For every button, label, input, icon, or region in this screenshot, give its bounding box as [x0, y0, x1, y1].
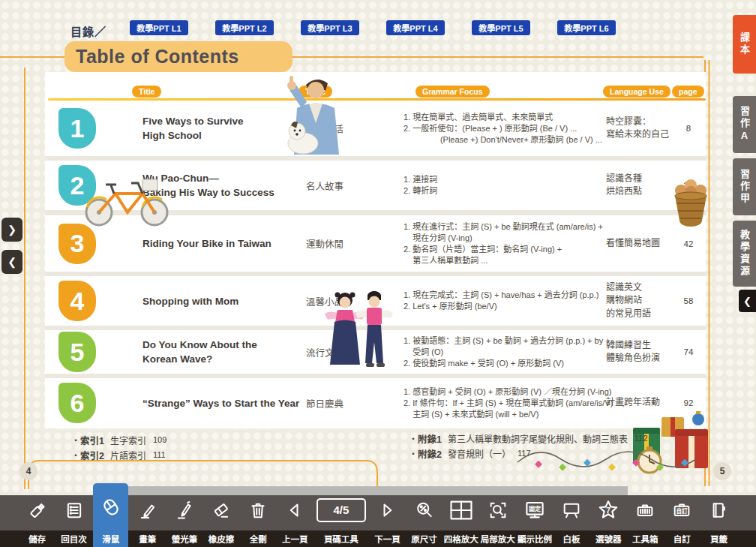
- pencil-icon: [130, 489, 165, 530]
- toolbar-item-page-tool[interactable]: 4/5 頁碼工具: [314, 489, 368, 547]
- lesson-grammar: 1. 現在簡單式、過去簡單式、未來簡單式 2. 一般祈使句：(Please + …: [404, 101, 617, 156]
- lesson-title: Shopping with Mom: [142, 276, 300, 326]
- tab-textbook[interactable]: 課本: [733, 15, 756, 74]
- lesson-topic: 運動休閒: [306, 215, 381, 272]
- book-icon: [701, 489, 736, 530]
- list-icon: [56, 489, 92, 530]
- left-panel-prev-button[interactable]: ❮: [2, 250, 22, 274]
- chevron-left-icon: ❮: [8, 256, 16, 268]
- column-header-language: Language Use: [603, 86, 670, 98]
- lesson-language-use: 認識英文 購物網站 的常見用語: [606, 276, 677, 326]
- appendix-line: ・附錄2 發音規則（一）117: [409, 446, 648, 461]
- lesson-grammar: 1. 被動語態：主詞 (S) + be 動詞 + 過去分詞 (p.p.) + b…: [404, 330, 617, 374]
- lesson-page-number: 58: [674, 276, 704, 326]
- appendix-line: ・附錄1 第三人稱單數動詞字尾變化規則、動詞三態表112: [409, 431, 648, 446]
- ppt-button-l2[interactable]: 教學PPT L2: [215, 20, 274, 35]
- page-title-banner: Table of Contents: [64, 41, 292, 72]
- tab-workbook-jia[interactable]: 習作甲: [733, 158, 756, 215]
- toolbar-item-back-to-toc[interactable]: 回目次: [56, 489, 92, 547]
- column-header-page: page: [672, 86, 704, 98]
- ppt-button-l5[interactable]: 教學PPT L5: [472, 20, 530, 35]
- lesson-language-use: 時空膠囊： 寫給未來的自己: [606, 101, 677, 156]
- toolbar-item-custom[interactable]: 自訂 自訂: [664, 489, 700, 547]
- toolbar-item-mouse[interactable]: 滑鼠: [93, 483, 128, 547]
- toolbar-item-next-page[interactable]: 下一頁: [370, 489, 405, 547]
- marker-icon: [166, 489, 202, 530]
- youbike-illustration: [78, 170, 177, 230]
- lesson-language-use: 看懂簡易地圖: [606, 215, 677, 272]
- lesson-grammar: 1. 現在完成式：主詞 (S) + have/has + 過去分詞 (p.p.)…: [404, 276, 617, 326]
- lesson-language-use: 認識各種 烘焙西點: [606, 161, 677, 210]
- ppt-button-l4[interactable]: 教學PPT L4: [386, 20, 445, 35]
- collapse-panel-button[interactable]: ❮: [739, 290, 756, 312]
- monitor-fixed-icon: 固定: [517, 489, 552, 530]
- toolbar-item-eraser[interactable]: 橡皮擦: [204, 489, 239, 547]
- lesson-grammar: 1. 連接詞 2. 轉折詞: [404, 161, 617, 210]
- page-indicator-box: 4/5: [314, 489, 368, 530]
- index-line: ・索引2 片語索引111: [71, 447, 166, 462]
- breadcrumb: 目錄／: [70, 23, 106, 39]
- lesson-topic: 節日慶典: [306, 378, 381, 428]
- zoom-area-icon: [480, 489, 515, 530]
- toolbar-item-original-size[interactable]: 原尺寸: [406, 489, 442, 547]
- book-page-number-right: 5: [713, 462, 731, 480]
- lesson-grammar: 1. 感官動詞 + 受詞 (O) + 原形動詞 (V) ／現在分詞 (V-ing…: [404, 378, 617, 428]
- zoom-percent-icon: [406, 489, 442, 530]
- lesson-language-use: 韓國練習生 體驗角色扮演: [606, 330, 677, 374]
- ebook-reader: 目錄／ Table of Contents 教學PPT L1 教學PPT L2 …: [0, 0, 756, 547]
- toolbar-item-highlighter[interactable]: 螢光筆: [166, 489, 202, 547]
- lesson-page-number: 8: [674, 101, 704, 156]
- toolbar-item-toolbox[interactable]: 工具箱: [628, 489, 663, 547]
- bread-basket-illustration: [670, 177, 711, 230]
- index-line: ・索引1 生字索引109: [71, 432, 166, 447]
- toolbar-item-number-picker[interactable]: 7 選號器: [591, 489, 626, 547]
- toolbar-item-page-tabs[interactable]: 頁籤: [701, 489, 736, 547]
- toolbar-item-delete-all[interactable]: 全刪: [241, 489, 276, 547]
- whiteboard-icon: [554, 489, 590, 530]
- mouse-icon: [93, 483, 128, 530]
- toolbar-item-display-ratio[interactable]: 固定 顯示比例: [517, 489, 552, 547]
- lesson-page-number: 74: [674, 330, 704, 374]
- tab-workbook-a[interactable]: 習作A: [733, 96, 756, 153]
- toolbox-icon: [628, 489, 663, 530]
- chevron-left-icon: ❮: [743, 296, 752, 307]
- toolbar-item-area-zoom[interactable]: 局部放大: [480, 489, 515, 547]
- page-title: Table of Contents: [64, 46, 239, 68]
- toolbar-item-save[interactable]: 儲存: [20, 489, 55, 547]
- left-panel-next-button[interactable]: ❯: [2, 218, 22, 242]
- student-with-dog-photo: [274, 74, 360, 155]
- toolbar: 儲存 回目次 滑鼠 畫筆 螢光筆 橡皮擦: [0, 489, 756, 547]
- usb-icon: [20, 489, 55, 530]
- star-seven-icon: 7: [591, 489, 626, 530]
- page-indicator: 4/5: [333, 503, 349, 516]
- column-header-grammar: Grammar Focus: [416, 86, 490, 98]
- svg-text:自訂: 自訂: [676, 506, 688, 514]
- ppt-button-l1[interactable]: 教學PPT L1: [130, 20, 188, 35]
- toc-row: 6 “Strange” Ways to Start the Year 節日慶典 …: [45, 378, 706, 428]
- lesson-title: “Strange” Ways to Start the Year: [142, 378, 300, 428]
- trash-icon: [241, 489, 276, 530]
- grid4-icon: [443, 489, 478, 530]
- book-page-number-left: 4: [20, 462, 38, 480]
- chevron-right-icon: ❯: [8, 224, 16, 236]
- toolbar-item-prev-page[interactable]: 上一頁: [278, 489, 313, 547]
- custom-case-icon: 自訂: [664, 489, 700, 530]
- triangle-left-icon: [278, 489, 313, 530]
- toolbar-item-whiteboard[interactable]: 白板: [554, 489, 590, 547]
- ppt-button-l3[interactable]: 教學PPT L3: [301, 20, 359, 35]
- toolbar-item-pen[interactable]: 畫筆: [130, 489, 165, 547]
- lesson-number: 5: [58, 332, 96, 372]
- lesson-grammar: 1. 現在進行式：主詞 (S) + be 動詞現在式 (am/are/is) +…: [404, 215, 617, 272]
- tab-teaching-resources[interactable]: 教學資源: [733, 221, 756, 287]
- lesson-title: Do You Know About the Korean Wave?: [142, 330, 300, 374]
- svg-text:7: 7: [606, 505, 610, 514]
- korean-couple-illustration: [322, 290, 399, 369]
- index-block: ・索引1 生字索引109 ・索引2 片語索引111: [71, 432, 166, 462]
- triangle-right-icon: [370, 489, 405, 530]
- lesson-number: 1: [58, 108, 96, 149]
- toc-row: 1 Five Ways to Survive High School 校園生活 …: [45, 101, 706, 156]
- appendix-block: ・附錄1 第三人稱單數動詞字尾變化規則、動詞三態表112 ・附錄2 發音規則（一…: [409, 431, 648, 461]
- toolbar-item-quad-zoom[interactable]: 四格放大: [443, 489, 478, 547]
- column-header-title: Title: [132, 86, 161, 98]
- ppt-button-l6[interactable]: 教學PPT L6: [557, 20, 616, 35]
